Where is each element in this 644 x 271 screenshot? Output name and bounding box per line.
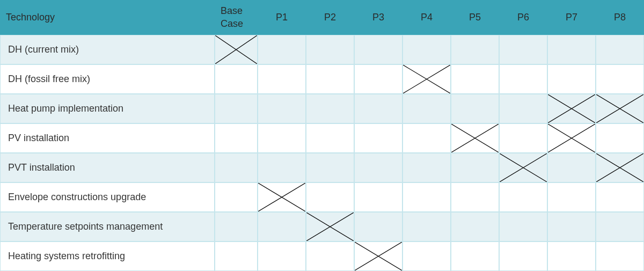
column-header: P4 [402,0,451,35]
matrix-cell [306,123,354,153]
x-mark-icon [548,124,595,152]
matrix-cell [402,153,451,182]
matrix-cell [402,241,451,271]
svg-line-17 [258,183,305,211]
matrix-cell [215,94,258,123]
matrix-cell [215,35,258,64]
matrix-cell [354,212,402,241]
svg-line-4 [548,94,595,123]
matrix-cell [306,241,354,271]
row-label: PV installation [0,123,215,153]
svg-line-2 [403,65,450,93]
matrix-cell [258,35,306,64]
svg-line-21 [355,242,402,270]
svg-line-8 [451,124,499,152]
row-label: Envelope constructions upgrade [0,182,215,212]
matrix-cell [258,153,306,182]
matrix-cell [402,212,451,241]
matrix-cell [215,182,258,212]
matrix-cell [258,241,306,271]
column-header: P5 [451,0,499,35]
matrix-cell [215,64,258,94]
matrix-cell [306,212,354,241]
matrix-cell [258,182,306,212]
matrix-cell [547,35,596,64]
matrix-cell [547,182,596,212]
x-mark-icon [355,242,402,270]
column-header: P8 [596,0,644,35]
x-mark-icon [596,94,643,123]
matrix-cell [354,35,402,64]
matrix-cell [451,35,499,64]
matrix-cell [499,64,547,94]
column-header: P6 [499,0,547,35]
matrix-cell [402,182,451,212]
svg-line-9 [451,124,499,152]
matrix-cell [499,35,547,64]
matrix-cell [451,94,499,123]
matrix-cell [354,153,402,182]
svg-line-10 [548,124,595,152]
matrix-cell [547,94,596,123]
x-mark-icon [548,94,595,123]
svg-line-7 [596,94,643,123]
matrix-cell [499,182,547,212]
matrix-cell [402,35,451,64]
matrix-cell [596,94,644,123]
svg-line-1 [215,35,257,64]
matrix-cell [451,64,499,94]
matrix-cell [215,212,258,241]
matrix-cell [451,153,499,182]
matrix-cell [306,94,354,123]
column-header: Technology [0,0,215,35]
svg-line-19 [306,213,354,241]
matrix-cell [596,64,644,94]
x-mark-icon [500,153,547,182]
matrix-cell [451,123,499,153]
matrix-cell [354,94,402,123]
matrix-cell [499,241,547,271]
matrix-cell [306,35,354,64]
row-label: Heating systems retrofitting [0,241,215,271]
matrix-cell [258,94,306,123]
matrix-cell [499,212,547,241]
matrix-cell [354,182,402,212]
matrix-cell [215,241,258,271]
row-label: PVT installation [0,153,215,182]
row-label: Temperature setpoints management [0,212,215,241]
matrix-cell [402,123,451,153]
technology-matrix-table: TechnologyBase CaseP1P2P3P4P5P6P7P8DH (c… [0,0,644,271]
svg-line-3 [403,65,450,93]
matrix-cell [402,94,451,123]
matrix-cell [547,64,596,94]
row-label: DH (fossil free mix) [0,64,215,94]
matrix-cell [258,212,306,241]
matrix-cell [354,123,402,153]
column-header: Base Case [215,0,258,35]
matrix-cell [596,212,644,241]
matrix-cell [547,212,596,241]
matrix-cell [258,123,306,153]
svg-line-5 [548,94,595,123]
svg-line-20 [355,242,402,270]
column-header: P7 [547,0,596,35]
matrix-cell [451,212,499,241]
matrix-cell [215,123,258,153]
svg-line-12 [500,153,547,182]
matrix-cell [306,153,354,182]
svg-line-16 [258,183,305,211]
matrix-cell [354,241,402,271]
matrix-cell [596,35,644,64]
matrix-cell [499,153,547,182]
x-mark-icon [215,35,257,64]
svg-line-15 [596,153,643,182]
matrix-cell [547,241,596,271]
matrix-cell [306,64,354,94]
matrix-cell [499,94,547,123]
svg-line-0 [215,35,257,64]
svg-line-6 [596,94,643,123]
matrix-cell [547,153,596,182]
column-header: P1 [258,0,306,35]
matrix-cell [451,182,499,212]
matrix-cell [596,153,644,182]
